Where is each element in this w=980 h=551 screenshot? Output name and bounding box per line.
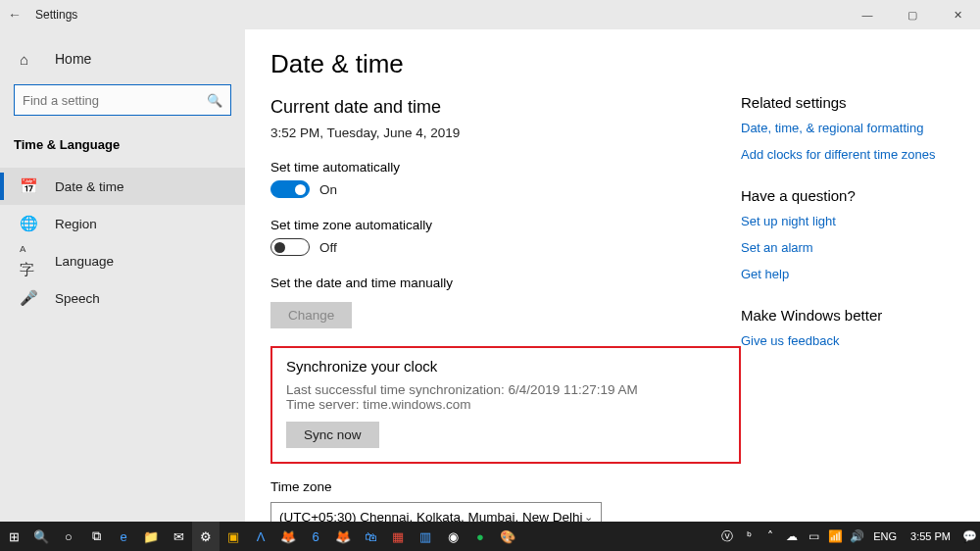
- sidebar-item-date-time[interactable]: 📅 Date & time: [0, 168, 245, 205]
- action-center-icon[interactable]: 💬: [958, 522, 980, 551]
- edge-icon[interactable]: e: [110, 522, 137, 551]
- task-view-icon[interactable]: ⧉: [82, 522, 110, 551]
- spotify-icon[interactable]: ●: [466, 522, 494, 551]
- manual-label: Set the date and time manually: [270, 276, 741, 290]
- timezone-value: (UTC+05:30) Chennai, Kolkata, Mumbai, Ne…: [279, 510, 583, 523]
- app-icon-1[interactable]: ▣: [220, 522, 247, 551]
- set-time-auto-state: On: [319, 182, 337, 197]
- cortana-icon[interactable]: ○: [55, 522, 82, 551]
- home-label: Home: [55, 51, 91, 67]
- volume-icon[interactable]: 🔊: [846, 522, 867, 551]
- sidebar: ⌂ Home 🔍 Time & Language 📅 Date & time 🌐…: [0, 29, 245, 522]
- question-title: Have a question?: [741, 187, 955, 204]
- maximize-button[interactable]: ▢: [890, 0, 935, 29]
- sidebar-item-speech[interactable]: 🎤 Speech: [0, 279, 245, 317]
- sync-last: Last successful time synchronization: 6/…: [286, 382, 725, 397]
- change-button[interactable]: Change: [270, 302, 352, 328]
- file-explorer-icon[interactable]: 📁: [137, 522, 165, 551]
- taskbar: ⊞ 🔍 ○ ⧉ e 📁 ✉ ⚙ ▣ Λ 🦊 6 🦊 🛍 ▦ ▥ ◉ ● 🎨 ⓥ …: [0, 522, 980, 551]
- home-icon: ⌂: [20, 51, 39, 68]
- link-add-clocks[interactable]: Add clocks for different time zones: [741, 147, 955, 162]
- titlebar: ← Settings — ▢ ✕: [0, 0, 980, 29]
- globe-icon: 🌐: [20, 215, 39, 232]
- page-title: Date & time: [270, 49, 741, 79]
- sidebar-item-region[interactable]: 🌐 Region: [0, 205, 245, 242]
- sidebar-item-label: Speech: [55, 291, 100, 306]
- set-tz-auto-toggle[interactable]: [270, 238, 310, 256]
- firefox-dev-icon[interactable]: 🦊: [329, 522, 357, 551]
- link-date-time-regional[interactable]: Date, time, & regional formatting: [741, 121, 955, 135]
- onedrive-icon[interactable]: ☁: [781, 522, 803, 551]
- app-icon-4[interactable]: ▦: [384, 522, 412, 551]
- close-button[interactable]: ✕: [935, 0, 980, 29]
- firefox-icon[interactable]: 🦊: [274, 522, 302, 551]
- wifi-icon[interactable]: 📶: [824, 522, 846, 551]
- sync-now-button[interactable]: Sync now: [286, 422, 379, 448]
- content: Date & time Current date and time 3:52 P…: [270, 49, 741, 514]
- link-give-feedback[interactable]: Give us feedback: [741, 333, 955, 348]
- app-icon-5[interactable]: ▥: [412, 522, 439, 551]
- link-set-alarm[interactable]: Set an alarm: [741, 240, 955, 255]
- timezone-label: Time zone: [270, 479, 741, 494]
- microphone-icon: 🎤: [20, 289, 39, 307]
- store-icon[interactable]: 🛍: [357, 522, 384, 551]
- current-time-value: 3:52 PM, Tuesday, June 4, 2019: [270, 125, 741, 140]
- language-indicator[interactable]: ENG: [867, 530, 903, 542]
- battery-icon[interactable]: ▭: [803, 522, 824, 551]
- timezone-select[interactable]: (UTC+05:30) Chennai, Kolkata, Mumbai, Ne…: [270, 502, 602, 522]
- chevron-down-icon: ⌄: [584, 511, 593, 523]
- set-time-auto-toggle[interactable]: [270, 180, 310, 198]
- link-get-help[interactable]: Get help: [741, 267, 955, 281]
- language-icon: ᴬ字: [20, 243, 39, 279]
- start-button[interactable]: ⊞: [0, 522, 27, 551]
- bluetooth-icon[interactable]: ᵇ: [738, 522, 760, 551]
- chrome-icon[interactable]: ◉: [439, 522, 466, 551]
- sidebar-item-language[interactable]: ᴬ字 Language: [0, 242, 245, 279]
- right-rail: Related settings Date, time, & regional …: [741, 49, 955, 514]
- category-title: Time & Language: [0, 131, 245, 168]
- paint-icon[interactable]: 🎨: [494, 522, 521, 551]
- set-time-auto-label: Set time automatically: [270, 160, 741, 175]
- sync-server: Time server: time.windows.com: [286, 397, 725, 412]
- user-icon[interactable]: ⓥ: [716, 522, 738, 551]
- set-tz-auto-label: Set time zone automatically: [270, 218, 741, 232]
- search-input[interactable]: [23, 93, 207, 108]
- sidebar-item-label: Date & time: [55, 179, 124, 194]
- taskbar-search-icon[interactable]: 🔍: [27, 522, 55, 551]
- mail-icon[interactable]: ✉: [165, 522, 192, 551]
- link-night-light[interactable]: Set up night light: [741, 214, 955, 228]
- back-button[interactable]: ←: [0, 0, 29, 29]
- sync-title: Synchronize your clock: [286, 358, 725, 375]
- current-time-heading: Current date and time: [270, 97, 741, 118]
- related-title: Related settings: [741, 94, 955, 111]
- app-icon-2[interactable]: Λ: [247, 522, 274, 551]
- set-tz-auto-state: Off: [319, 240, 337, 255]
- calendar-icon: 📅: [20, 177, 39, 195]
- tray-expand-icon[interactable]: ˄: [760, 522, 781, 551]
- home-nav[interactable]: ⌂ Home: [0, 39, 245, 78]
- sidebar-item-label: Language: [55, 254, 114, 269]
- taskbar-clock[interactable]: 3:55 PM: [903, 530, 958, 542]
- app-icon-3[interactable]: 6: [302, 522, 329, 551]
- settings-task-icon[interactable]: ⚙: [192, 522, 220, 551]
- sidebar-item-label: Region: [55, 217, 97, 231]
- sync-clock-section: Synchronize your clock Last successful t…: [270, 346, 741, 464]
- search-box[interactable]: 🔍: [14, 84, 231, 116]
- feedback-title: Make Windows better: [741, 307, 955, 324]
- search-icon: 🔍: [207, 93, 222, 108]
- window-title: Settings: [35, 8, 77, 22]
- minimize-button[interactable]: —: [845, 0, 890, 29]
